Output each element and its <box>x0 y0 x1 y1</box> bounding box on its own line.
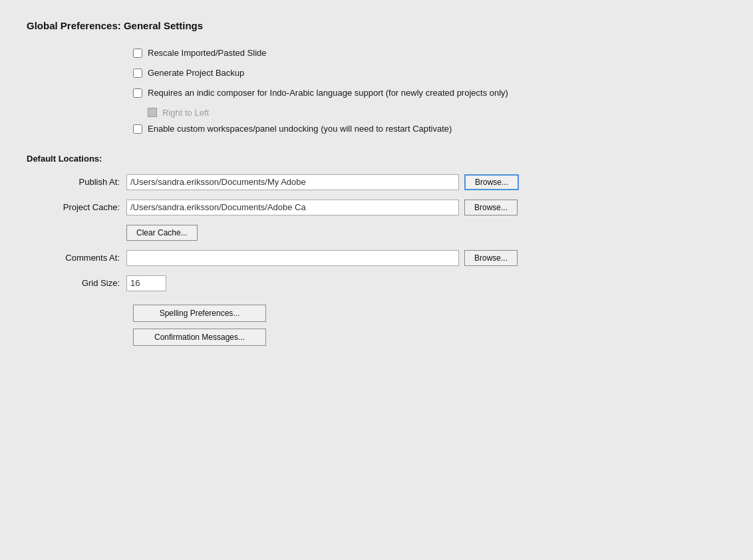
default-locations-title: Default Locations: <box>27 154 726 164</box>
workspace-checkbox[interactable] <box>133 124 142 134</box>
comments-at-label: Comments At: <box>27 253 120 263</box>
workspace-label: Enable custom workspaces/panel undocking… <box>148 123 452 135</box>
project-cache-input[interactable] <box>126 200 459 215</box>
rtl-checkbox-visual <box>148 108 157 117</box>
grid-size-row: Grid Size: <box>27 275 726 291</box>
publish-at-browse-button[interactable]: Browse... <box>464 174 519 190</box>
page-title: Global Preferences: General Settings <box>27 20 726 31</box>
publish-at-input[interactable] <box>126 174 459 190</box>
grid-size-input[interactable] <box>126 275 166 291</box>
rescale-checkbox[interactable] <box>133 49 142 58</box>
backup-checkbox[interactable] <box>133 69 142 78</box>
publish-at-label: Publish At: <box>27 177 120 187</box>
rescale-row: Rescale Imported/Pasted Slide <box>133 47 726 59</box>
action-buttons-section: Spelling Preferences... Confirmation Mes… <box>133 305 726 346</box>
comments-at-row: Comments At: Browse... <box>27 250 726 266</box>
indic-label: Requires an indic composer for Indo-Arab… <box>148 87 508 99</box>
project-cache-browse-button[interactable]: Browse... <box>464 200 518 215</box>
rescale-label: Rescale Imported/Pasted Slide <box>148 47 266 59</box>
workspace-row: Enable custom workspaces/panel undocking… <box>133 123 726 135</box>
clear-cache-button[interactable]: Clear Cache... <box>126 225 198 241</box>
project-cache-label: Project Cache: <box>27 202 120 212</box>
indic-checkbox[interactable] <box>133 88 142 98</box>
rtl-label: Right to Left <box>162 108 209 118</box>
confirmation-messages-button[interactable]: Confirmation Messages... <box>133 329 266 346</box>
publish-at-row: Publish At: Browse... <box>27 174 726 190</box>
project-cache-row: Project Cache: Browse... <box>27 200 726 215</box>
rtl-row: Right to Left <box>148 108 726 118</box>
indic-row: Requires an indic composer for Indo-Arab… <box>133 87 726 99</box>
spelling-preferences-button[interactable]: Spelling Preferences... <box>133 305 266 322</box>
backup-row: Generate Project Backup <box>133 67 726 79</box>
default-locations-section: Default Locations: Publish At: Browse...… <box>27 154 726 291</box>
clear-cache-row: Clear Cache... <box>126 225 726 241</box>
grid-size-label: Grid Size: <box>27 278 120 288</box>
backup-label: Generate Project Backup <box>148 67 244 79</box>
comments-at-input[interactable] <box>126 250 459 266</box>
comments-at-browse-button[interactable]: Browse... <box>464 250 518 266</box>
